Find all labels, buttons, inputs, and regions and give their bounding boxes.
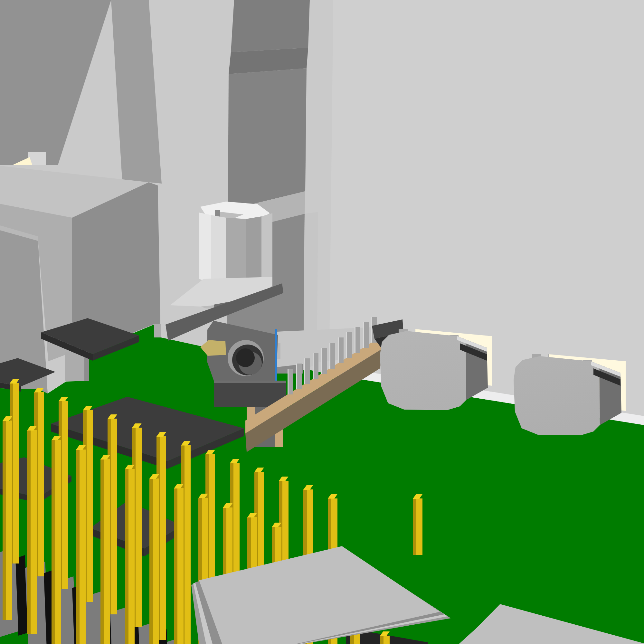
gpio-pin <box>52 440 61 644</box>
ffc-contact <box>304 358 310 384</box>
ffc-contact <box>313 353 318 379</box>
gpio-pin <box>413 498 422 555</box>
gpio-pin <box>125 469 135 644</box>
ffc-contact <box>363 322 369 348</box>
ffc-contact <box>296 364 302 389</box>
ffc-contact <box>338 337 344 363</box>
gpio-pin <box>76 450 86 644</box>
ribbon-blue-tab <box>275 329 277 387</box>
ffc-contact <box>355 327 360 353</box>
ffc-contact <box>329 343 335 369</box>
port-box-leg-rear <box>154 324 161 337</box>
ffc-contact <box>288 369 293 394</box>
gpio-pin <box>174 488 184 644</box>
gpio-pin <box>380 636 390 644</box>
ffc-contact <box>321 348 327 374</box>
gpio-pin <box>27 430 37 634</box>
gpio-pin <box>149 478 159 644</box>
gpio-pin <box>100 459 110 644</box>
ffc-contact <box>346 332 352 358</box>
camera-mount-hole-core <box>236 348 255 367</box>
gpio-pin <box>3 421 12 620</box>
pcb-3d-render <box>0 0 644 644</box>
